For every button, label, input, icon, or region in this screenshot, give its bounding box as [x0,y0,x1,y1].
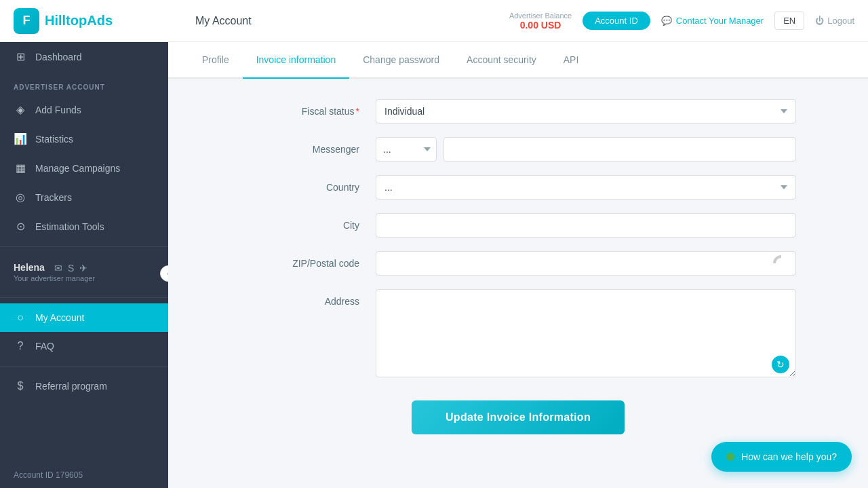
city-input[interactable] [376,213,796,238]
city-wrap [376,213,796,238]
address-wrap: ↻ [376,289,796,380]
messenger-type-select[interactable]: ... Skype Telegram WhatsApp [376,137,437,162]
zip-wrap [376,251,796,276]
invoice-form: Fiscal status* Individual Company Messen… [226,99,810,434]
chat-online-dot [726,453,734,461]
logo-icon: F [14,8,39,34]
messenger-wrap: ... Skype Telegram WhatsApp [376,137,796,162]
fiscal-status-row: Fiscal status* Individual Company [240,99,796,124]
logout-icon: ⏻ [815,16,824,26]
city-label: City [240,213,376,231]
tab-profile[interactable]: Profile [189,42,243,79]
sidebar-item-faq[interactable]: ? FAQ [0,332,168,360]
sidebar-item-my-account[interactable]: ○ My Account [0,303,168,332]
fiscal-status-select[interactable]: Individual Company [376,99,796,124]
tab-api[interactable]: API [550,42,593,79]
messenger-label: Messenger [240,137,376,155]
tab-change-password[interactable]: Change password [349,42,453,79]
advertiser-balance-amount: 0.00 USD [509,20,572,31]
tabs-bar: Profile Invoice information Change passw… [168,42,868,79]
contact-manager-button[interactable]: 💬 Contact Your Manager [661,16,764,26]
sidebar-item-estimation-tools[interactable]: ⊙ Estimation Tools [0,212,168,241]
tab-invoice-information[interactable]: Invoice information [243,42,350,79]
tab-account-security[interactable]: Account security [453,42,550,79]
account-id-button[interactable]: Account ID [583,12,650,30]
account-id-sidebar: Account ID 179605 [0,462,168,488]
zip-input[interactable] [376,251,796,276]
update-invoice-button[interactable]: Update Invoice Information [412,400,625,434]
sidebar-item-referral[interactable]: $ Referral program [0,372,168,400]
trackers-icon: ◎ [14,191,27,204]
sidebar-item-dashboard[interactable]: ⊞ Dashboard [0,42,168,71]
zip-row: ZIP/Postal code [240,251,796,276]
my-account-icon: ○ [14,312,27,324]
address-label: Address [240,289,376,307]
logo-text: HilltopAds [45,13,113,29]
page-title: My Account [195,15,252,26]
logo-area: F HilltopAds [14,8,182,34]
city-row: City [240,213,796,238]
sidebar: ⊞ Dashboard ADVERTISER ACCOUNT ◈ Add Fun… [0,42,168,488]
advertiser-balance-label: Advertiser Balance [509,12,572,20]
telegram-icon[interactable]: ✈ [79,263,87,274]
faq-icon: ? [14,340,27,352]
header-right: Advertiser Balance 0.00 USD Account ID 💬… [509,12,854,31]
manager-section: Helena ✉ S ✈ Your advertiser manager [0,252,168,292]
sidebar-item-trackers[interactable]: ◎ Trackers [0,183,168,212]
dashboard-icon: ⊞ [14,50,27,63]
messenger-input-wrap [443,137,796,162]
sidebar-item-statistics[interactable]: 📊 Statistics [0,124,168,153]
update-button-wrap: Update Invoice Information [240,400,796,434]
manager-name: Helena [14,262,45,273]
email-icon[interactable]: ✉ [54,263,62,274]
fiscal-status-wrap: Individual Company [376,99,796,124]
top-header: F HilltopAds My Account Advertiser Balan… [0,0,868,42]
logout-button[interactable]: ⏻ Logout [815,16,854,26]
statistics-icon: 📊 [14,132,27,145]
country-select[interactable]: ... [376,175,796,200]
manage-campaigns-icon: ▦ [14,162,27,174]
country-wrap: ... [376,175,796,200]
main-layout: ⊞ Dashboard ADVERTISER ACCOUNT ◈ Add Fun… [0,42,868,488]
zip-label: ZIP/Postal code [240,251,376,269]
sidebar-section-label: ADVERTISER ACCOUNT [0,71,168,95]
sidebar-divider-2 [0,297,168,298]
messenger-controls: ... Skype Telegram WhatsApp [376,137,796,162]
manager-icons: ✉ S ✈ [54,263,87,274]
header-center: My Account [182,15,509,27]
sidebar-divider [0,246,168,247]
estimation-tools-icon: ⊙ [14,220,27,233]
manager-subtitle: Your advertiser manager [14,274,95,282]
referral-icon: $ [14,380,27,392]
chat-widget[interactable]: How can we help you? [711,442,852,472]
chat-label: How can we help you? [741,451,837,462]
language-button[interactable]: EN [774,12,804,30]
sidebar-item-add-funds[interactable]: ◈ Add Funds [0,95,168,124]
content-area: Profile Invoice information Change passw… [168,42,868,488]
messenger-select-wrap: ... Skype Telegram WhatsApp [376,137,437,162]
address-row: Address ↻ [240,289,796,380]
sidebar-item-manage-campaigns[interactable]: ▦ Manage Campaigns [0,153,168,183]
address-textarea[interactable] [376,289,796,377]
country-row: Country ... [240,175,796,200]
messenger-input[interactable] [443,137,796,162]
add-funds-icon: ◈ [14,103,27,116]
fiscal-status-label: Fiscal status* [240,99,376,117]
messenger-row: Messenger ... Skype Telegram WhatsApp [240,137,796,162]
country-label: Country [240,175,376,193]
zip-spinner [773,255,789,271]
chat-icon: 💬 [661,16,672,26]
address-spinner: ↻ [772,356,789,373]
sidebar-divider-3 [0,366,168,367]
advertiser-balance: Advertiser Balance 0.00 USD [509,12,572,31]
skype-icon[interactable]: S [68,263,74,274]
